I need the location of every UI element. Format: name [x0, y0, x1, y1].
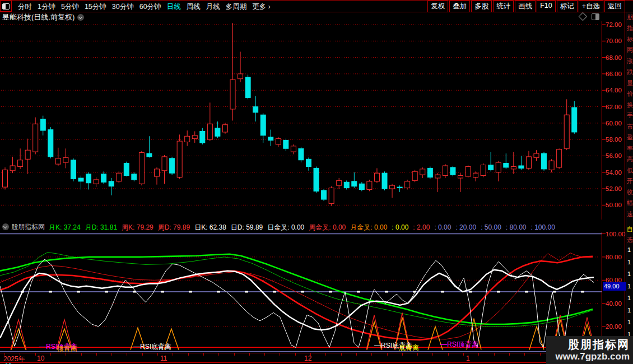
indicator-field-0: 月K: 37.24 — [49, 223, 81, 231]
date-axis[interactable]: 2025年1011121 — [0, 353, 626, 362]
date-tick — [188, 353, 189, 356]
period-tab-2[interactable]: 5分钟 — [61, 3, 79, 11]
date-tick — [111, 353, 112, 356]
period-tab-10[interactable]: 更多 › — [252, 3, 271, 11]
svg-text:70.00: 70.00 — [606, 38, 622, 44]
date-tick — [295, 353, 296, 356]
date-tick — [325, 353, 326, 356]
rsi-indicator-panel[interactable]: 100.0080.0060.0040.0020.00 — [0, 232, 626, 353]
date-tick — [463, 353, 464, 356]
candlestick-chart[interactable]: 72.0070.0068.0066.0064.0062.0060.0058.00… — [0, 21, 626, 220]
toolbar-button-1[interactable]: 叠加 — [449, 1, 470, 12]
date-tick — [356, 353, 357, 356]
clipped-glyph: 市 — [627, 123, 633, 131]
date-tick — [142, 353, 143, 356]
clipped-glyph: 涨 — [627, 57, 633, 66]
date-label-2: 11 — [160, 354, 167, 362]
clipped-glyph: 低 — [627, 166, 633, 175]
toolbar-button-4[interactable]: 画线 — [515, 1, 536, 12]
stock-title-row: 昱能科技(日线.前复权) — [2, 13, 84, 22]
clipped-digit: 1 — [627, 270, 631, 277]
date-tick — [50, 353, 51, 356]
period-tab-7[interactable]: 周线 — [187, 3, 201, 11]
period-tab-0[interactable]: 分时 — [18, 3, 32, 11]
period-tab-6[interactable]: 日线 — [167, 3, 181, 11]
top-toolbar: 分时1分钟5分钟15分钟30分钟60分钟日线周线月线多周期更多 › 复权叠加多股… — [0, 0, 633, 12]
toolbar-button-6[interactable]: 标记 — [557, 1, 578, 12]
date-tick — [157, 353, 158, 356]
clipped-glyph: 收 — [627, 188, 633, 197]
indicator-collapse-icon[interactable] — [2, 223, 9, 230]
date-label-3: 12 — [304, 354, 311, 362]
toolbar-button-7[interactable]: +自选 — [579, 1, 603, 12]
date-tick — [387, 353, 388, 356]
date-tick — [540, 353, 541, 356]
clipped-digit: 1 — [627, 283, 631, 290]
svg-text:62.00: 62.00 — [606, 104, 622, 110]
period-tab-3[interactable]: 15分钟 — [85, 3, 106, 11]
stock-title: 昱能科技(日线.前复权) — [2, 12, 75, 22]
period-tab-9[interactable]: 多周期 — [226, 3, 247, 11]
date-tick — [203, 353, 204, 356]
clipped-glyph: 价 — [627, 90, 633, 98]
indicator-field-10: : 2.00 — [413, 223, 430, 231]
date-tick — [524, 353, 525, 356]
date-tick — [127, 353, 127, 356]
svg-text:64.00: 64.00 — [606, 87, 622, 94]
clipped-digit: 1 — [627, 246, 631, 253]
date-tick — [432, 353, 433, 356]
clipped-side-panel[interactable]: 股朋指标网涨跌量价换手市盈率高低开收幅速自选11111111 — [626, 0, 633, 364]
indicator-field-2: 周K: 79.29 — [122, 223, 153, 231]
indicator-field-1: 月D: 31.81 — [85, 223, 117, 231]
axis-divider-line — [625, 0, 625, 364]
period-tab-4[interactable]: 30分钟 — [112, 3, 134, 11]
indicator-field-15: : 100.00 — [531, 223, 555, 231]
indicator-values: 月K: 37.24月D: 31.81周K: 79.29周D: 79.89日K: … — [49, 222, 560, 232]
clipped-glyph: 幅 — [627, 199, 633, 207]
toolbar-button-2[interactable]: 多股 — [471, 1, 492, 12]
indicator-field-14: : 80.00 — [506, 223, 527, 231]
indicator-field-3: 周D: 79.89 — [158, 223, 190, 231]
clipped-glyph: 朋 — [627, 13, 633, 22]
clipped-glyph: 率 — [627, 144, 633, 153]
svg-text:40.00: 40.00 — [606, 300, 622, 307]
period-tab-5[interactable]: 60分钟 — [139, 3, 161, 11]
svg-text:20.00: 20.00 — [606, 323, 622, 330]
svg-text:52.00: 52.00 — [606, 185, 622, 192]
divergence-label-1: 顶背离 — [57, 344, 77, 354]
divergence-label-5: —RSI顶背离 — [440, 340, 478, 349]
diamond-icon[interactable] — [579, 12, 588, 21]
clipped-glyph: 网 — [627, 46, 633, 54]
toolbar-button-8[interactable]: 返回 — [604, 1, 625, 12]
crosshair-value-badge: 49.00 — [603, 282, 626, 291]
clipped-glyph: 选 — [627, 236, 633, 244]
clipped-glyph: 指 — [627, 24, 633, 32]
clipped-digit: 1 — [627, 259, 631, 265]
period-tab-8[interactable]: 月线 — [206, 3, 220, 11]
period-tabs: 分时1分钟5分钟15分钟30分钟60分钟日线周线月线多周期更多 › — [15, 1, 273, 12]
window-layout-button[interactable] — [0, 1, 12, 12]
date-tick — [509, 353, 510, 356]
date-tick — [35, 353, 36, 356]
watermark-site-name: 股朋指标网 — [568, 338, 630, 351]
date-tick — [371, 353, 372, 356]
clipped-glyph: 速 — [627, 210, 633, 218]
clipped-glyph: 量 — [627, 79, 633, 87]
title-icons — [580, 13, 599, 20]
date-label-1: 10 — [37, 354, 44, 362]
clipped-glyph: 盈 — [627, 133, 633, 142]
indicator-field-13: : 50.00 — [481, 223, 501, 231]
toolbar-button-0[interactable]: 复权 — [427, 1, 448, 12]
indicator-field-8: 月金叉: 0.00 — [350, 223, 387, 231]
toolbar-button-3[interactable]: 统计 — [493, 1, 514, 12]
chevron-down-icon[interactable] — [77, 14, 84, 21]
date-tick — [341, 353, 342, 356]
clipped-glyph-highlight: 自 — [627, 225, 633, 234]
date-tick — [417, 353, 418, 356]
watermark-url: www.7gpzb.com — [555, 351, 630, 362]
period-tab-1[interactable]: 1分钟 — [38, 3, 55, 11]
svg-text:60.00: 60.00 — [606, 120, 622, 127]
date-tick — [264, 353, 265, 356]
toolbar-button-5[interactable]: F10 — [537, 1, 556, 12]
panel-split-icon[interactable] — [592, 13, 599, 20]
